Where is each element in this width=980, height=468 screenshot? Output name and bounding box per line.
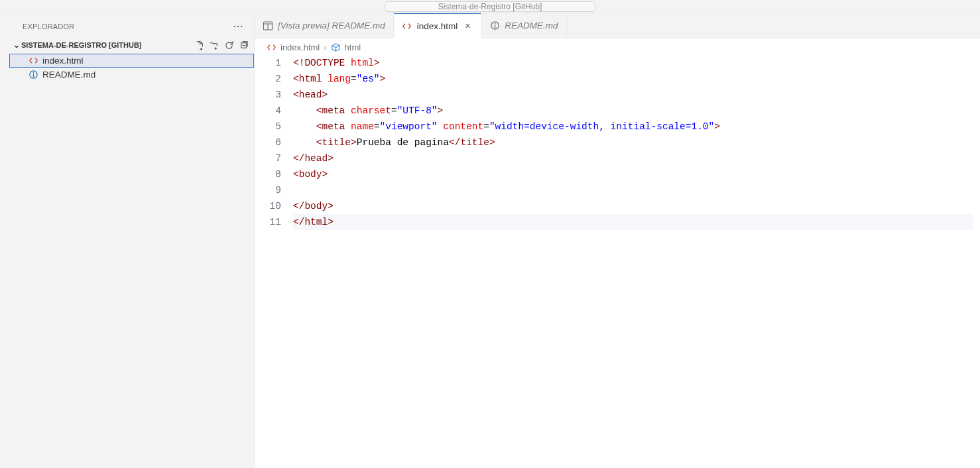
folder-header[interactable]: ⌄ SISTEMA-DE-REGISTRO [GITHUB] — [9, 38, 254, 52]
code-line[interactable] — [293, 182, 973, 198]
file-item[interactable]: index.html — [9, 54, 254, 68]
explorer-title: EXPLORADOR — [23, 23, 74, 30]
explorer-sidebar: EXPLORADOR ⋯ ⌄ SISTEMA-DE-REGISTRO [GITH… — [9, 13, 255, 468]
code-line[interactable]: </html> — [293, 214, 973, 230]
code-line[interactable]: <html lang="es"> — [293, 71, 973, 87]
editor-area: [Vista previa] README.mdindex.html×READM… — [255, 13, 980, 468]
refresh-icon[interactable] — [223, 40, 234, 50]
code-icon — [267, 42, 276, 52]
breadcrumb-file: index.html — [280, 42, 320, 52]
close-icon[interactable]: × — [462, 21, 473, 31]
line-number: 6 — [255, 135, 281, 150]
chevron-down-icon: ⌄ — [12, 40, 21, 50]
line-number: 10 — [255, 198, 281, 214]
file-name: README.md — [42, 70, 95, 80]
code-line[interactable]: </head> — [293, 150, 973, 166]
file-list: index.htmlREADME.md — [9, 52, 254, 83]
line-number: 3 — [255, 87, 281, 103]
line-number: 8 — [255, 166, 281, 182]
file-item[interactable]: README.md — [9, 68, 254, 82]
tab-label: [Vista previa] README.md — [278, 21, 385, 30]
info-icon — [28, 70, 38, 80]
code-line[interactable]: <!DOCTYPE html> — [293, 55, 973, 71]
code-line[interactable]: <title>Prueba de pagina</title> — [293, 135, 973, 150]
code-line[interactable]: <meta charset="UTF-8"> — [293, 103, 973, 119]
svg-point-4 — [495, 23, 496, 25]
new-folder-icon[interactable] — [209, 40, 219, 50]
chevron-right-icon: › — [324, 42, 326, 52]
code-icon — [402, 21, 412, 31]
line-gutter: 1234567891011 — [255, 55, 293, 468]
code-icon — [28, 56, 38, 66]
symbol-icon — [331, 42, 341, 52]
title-bar: Sistema-de-Registro [GitHub] — [0, 0, 980, 13]
folder-name: SISTEMA-DE-REGISTRO [GITHUB] — [21, 41, 194, 49]
tab[interactable]: [Vista previa] README.md — [255, 13, 394, 38]
tab-label: README.md — [505, 21, 558, 30]
tab-bar: [Vista previa] README.mdindex.html×READM… — [255, 13, 980, 38]
line-number: 1 — [255, 55, 281, 71]
svg-point-1 — [32, 72, 34, 74]
collapse-all-icon[interactable] — [238, 40, 249, 50]
line-number: 7 — [255, 150, 281, 166]
command-center-title: Sistema-de-Registro [GitHub] — [438, 2, 542, 11]
line-number: 5 — [255, 119, 281, 135]
breadcrumb[interactable]: index.html › html — [255, 38, 980, 55]
tab[interactable]: index.html× — [394, 13, 482, 38]
line-number: 2 — [255, 71, 281, 87]
code-line[interactable]: <body> — [293, 166, 973, 182]
code-line[interactable]: </body> — [293, 198, 973, 214]
code-editor[interactable]: 1234567891011 <!DOCTYPE html><html lang=… — [255, 55, 980, 468]
command-center[interactable]: Sistema-de-Registro [GitHub] — [385, 1, 595, 12]
code-line[interactable]: <meta name="viewport" content="width=dev… — [293, 119, 973, 135]
code-content[interactable]: <!DOCTYPE html><html lang="es"><head> <m… — [293, 55, 980, 468]
line-number: 4 — [255, 103, 281, 119]
tab[interactable]: README.md — [481, 13, 566, 38]
new-file-icon[interactable] — [194, 40, 205, 50]
file-name: index.html — [42, 56, 84, 66]
line-number: 11 — [255, 214, 281, 230]
explorer-more-icon[interactable]: ⋯ — [233, 20, 243, 32]
code-line[interactable]: <head> — [293, 87, 973, 103]
line-number: 9 — [255, 182, 281, 198]
breadcrumb-symbol: html — [345, 42, 361, 52]
preview-icon — [263, 21, 273, 31]
tab-label: index.html — [417, 21, 458, 31]
info-icon — [489, 21, 500, 30]
activity-bar — [0, 13, 9, 468]
